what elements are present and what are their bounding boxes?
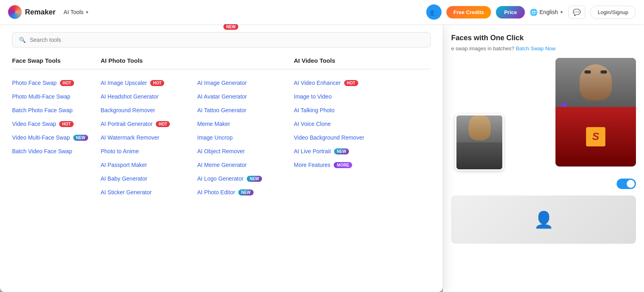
source-face-image (455, 114, 504, 171)
menu-item-ai-image-generator[interactable]: AI Image Generator (197, 76, 294, 90)
language-chevron-icon: ▼ (559, 10, 564, 14)
face-swap-column: Face Swap Tools Photo Face Swap HOT Phot… (12, 57, 101, 199)
hot-badge-upscaler: HOT (150, 80, 164, 86)
video-face-swap-label: Video Face Swap (12, 121, 56, 127)
menu-item-video-multi-face-swap[interactable]: Video Multi-Face Swap NEW (12, 131, 101, 144)
logo-icon (8, 5, 22, 19)
toggle-knob (627, 180, 635, 188)
ai-photo-column: AI Photo Tools AI Image Upscaler HOT AI … (101, 57, 294, 199)
menu-item-image-uncrop[interactable]: Image Uncrop (197, 131, 294, 144)
menu-item-ai-passport-maker[interactable]: AI Passport Maker (101, 158, 197, 172)
login-signup-button[interactable]: Login/Signup (590, 6, 636, 19)
dropdown-menu: 🔍 Face Swap Tools Photo Face Swap HOT Ph… (0, 24, 443, 292)
hot-badge-portrait: HOT (156, 121, 170, 127)
avatar-placeholder: 👤 (451, 195, 636, 244)
sidebar-title: Faces with One Click (451, 34, 636, 42)
sidebar-subtitle: e swap images in batches? Batch Swap Now (451, 45, 636, 51)
language-button[interactable]: 🌐 English ▼ (530, 8, 564, 16)
new-badge-video-multi: NEW (73, 135, 88, 141)
menu-item-background-remover[interactable]: Background Remover (101, 103, 197, 117)
new-badge-logo: NEW (247, 176, 262, 182)
costume-area: S (555, 107, 636, 167)
photo-face-swap-label: Photo Face Swap (12, 80, 57, 86)
ai-video-title: AI Video Tools (294, 57, 431, 70)
menu-item-ai-headshot-generator[interactable]: AI Headshot Generator (101, 90, 197, 103)
batch-video-face-swap-label: Batch Video Face Swap (12, 148, 72, 154)
menu-item-ai-tattoo-generator[interactable]: AI Tattoo Generator (197, 103, 294, 117)
ai-photo-subcols: AI Image Upscaler HOT AI Headshot Genera… (101, 76, 294, 199)
menu-item-video-background-remover[interactable]: Video Background Remover (294, 131, 431, 144)
search-icon: 🔍 (19, 37, 26, 43)
menu-item-ai-live-portrait[interactable]: AI Live Portrait NEW (294, 144, 431, 158)
source-face-shape (469, 114, 491, 140)
ai-video-column: AI Video Tools AI Video Enhancer HOT Ima… (294, 57, 431, 199)
avatar-icon: 👤 (534, 210, 554, 229)
menu-item-ai-object-remover[interactable]: AI Object Remover (197, 144, 294, 158)
price-button[interactable]: Price (496, 6, 525, 19)
menu-item-ai-image-upscaler[interactable]: AI Image Upscaler HOT (101, 76, 197, 90)
video-multi-face-swap-label: Video Multi-Face Swap (12, 134, 70, 141)
toggle-switch[interactable] (617, 179, 636, 189)
superman-image: S (555, 58, 636, 167)
menu-item-ai-talking-photo[interactable]: AI Talking Photo (294, 103, 431, 117)
hot-badge-video: HOT (59, 121, 73, 127)
notification-button[interactable]: 💬 (568, 6, 585, 19)
new-badge-top: NEW (223, 24, 238, 30)
source-face-area (456, 115, 502, 142)
menu-item-batch-video-face-swap[interactable]: Batch Video Face Swap (12, 144, 101, 158)
menu-item-photo-face-swap[interactable]: Photo Face Swap HOT (12, 76, 101, 90)
ai-photo-title: AI Photo Tools (101, 57, 294, 70)
menu-item-ai-video-enhancer[interactable]: AI Video Enhancer HOT (294, 76, 431, 90)
logo[interactable]: Remaker (8, 5, 56, 19)
superman-s-logo: S (586, 127, 605, 146)
ai-photo-subcol-2: AI Image Generator AI Avatar Generator A… (197, 76, 294, 199)
menu-item-photo-multi-face-swap[interactable]: Photo Multi-Face Swap (12, 90, 101, 103)
menu-item-meme-maker[interactable]: Meme Maker (197, 117, 294, 131)
face-swap-demo: S ➜ (451, 58, 636, 171)
eye-left (584, 70, 591, 74)
hot-badge: HOT (60, 80, 74, 86)
more-badge: MORE (334, 162, 352, 168)
menu-item-ai-sticker-generator[interactable]: AI Sticker Generator (101, 185, 197, 199)
menu-item-more-features[interactable]: More Features MORE (294, 158, 431, 172)
menu-item-image-to-video[interactable]: Image to Video (294, 90, 431, 103)
menu-item-ai-watermark-remover[interactable]: AI Watermark Remover (101, 131, 197, 144)
menu-item-ai-avatar-generator[interactable]: AI Avatar Generator (197, 90, 294, 103)
menu-item-ai-portrait-generator[interactable]: AI Portrait Generator HOT (101, 117, 197, 131)
language-label: English (539, 9, 558, 15)
sidebar-right: Faces with One Click e swap images in ba… (443, 24, 644, 292)
eye-right (601, 70, 607, 74)
ai-photo-subcol-1: AI Image Upscaler HOT AI Headshot Genera… (101, 76, 197, 199)
globe-icon: 🌐 (530, 8, 538, 16)
batch-photo-face-swap-label: Batch Photo Face Swap (12, 107, 72, 113)
navbar: Remaker AI Tools ▼ 👥 Free Credits Price … (0, 0, 644, 24)
menu-columns: Face Swap Tools Photo Face Swap HOT Phot… (12, 57, 431, 199)
menu-item-batch-photo-face-swap[interactable]: Batch Photo Face Swap (12, 103, 101, 117)
menu-item-ai-photo-editor[interactable]: AI Photo Editor NEW (197, 185, 294, 199)
ai-tools-label: AI Tools (64, 9, 84, 15)
hot-badge-video-enhancer: HOT (344, 80, 358, 86)
chevron-down-icon: ▼ (85, 10, 89, 14)
menu-item-ai-logo-generator[interactable]: AI Logo Generator NEW (197, 172, 294, 185)
face-shape (580, 64, 612, 101)
photo-multi-face-swap-label: Photo Multi-Face Swap (12, 93, 70, 100)
menu-item-ai-meme-generator[interactable]: AI Meme Generator (197, 158, 294, 172)
main-container: NEW 🔍 Face Swap Tools Photo Face Swap HO… (0, 24, 644, 292)
toggle-row (451, 179, 636, 189)
menu-item-photo-to-anime[interactable]: Photo to Anime (101, 144, 197, 158)
menu-item-ai-voice-clone[interactable]: AI Voice Clone (294, 117, 431, 131)
face-area (555, 58, 636, 107)
face-swap-title: Face Swap Tools (12, 57, 101, 70)
new-badge-photo-editor: NEW (238, 189, 253, 195)
menu-item-video-face-swap[interactable]: Video Face Swap HOT (12, 117, 101, 131)
dropdown-overlay: NEW 🔍 Face Swap Tools Photo Face Swap HO… (0, 24, 644, 292)
source-body-area (456, 142, 502, 169)
menu-item-ai-baby-generator[interactable]: AI Baby Generator (101, 172, 197, 185)
search-input[interactable] (30, 37, 424, 43)
nav-right: 👥 Free Credits Price 🌐 English ▼ 💬 Login… (426, 4, 636, 20)
free-credits-button[interactable]: Free Credits (446, 6, 491, 19)
batch-swap-link[interactable]: Batch Swap Now (516, 45, 555, 51)
users-icon-button[interactable]: 👥 (426, 4, 442, 20)
ai-tools-button[interactable]: AI Tools ▼ (60, 7, 92, 17)
new-badge-live-portrait: NEW (334, 148, 349, 154)
